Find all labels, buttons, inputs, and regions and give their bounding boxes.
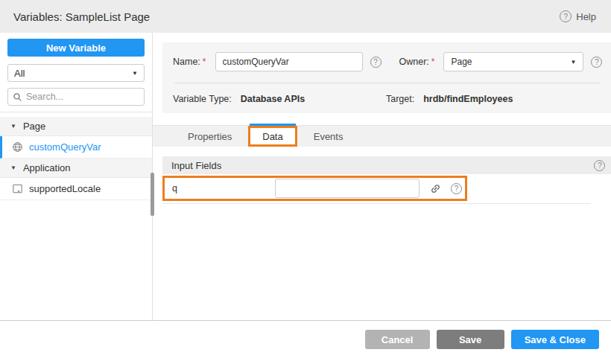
help-circle-icon: ?: [560, 10, 572, 22]
tree-group-label: Application: [23, 162, 71, 173]
sidebar-scrollbar[interactable]: [151, 173, 154, 216]
new-variable-button[interactable]: New Variable: [7, 39, 145, 57]
name-label: Name:: [173, 57, 200, 67]
variables-sidebar: New Variable All ▼ ▼ Page: [0, 33, 153, 320]
variable-detail-panel: Name: * ? Owner: * Page ▼ ?: [153, 33, 611, 320]
target-label: Target:: [386, 94, 414, 104]
input-fields-title: Input Fields: [171, 160, 221, 171]
save-button[interactable]: Save: [437, 330, 504, 349]
page-title: Variables: SampleList Page: [13, 10, 150, 23]
field-name-label: q: [172, 183, 275, 194]
variable-filter-select[interactable]: All ▼: [7, 64, 145, 82]
tab-events[interactable]: Events: [299, 126, 358, 147]
dialog-footer: Cancel Save Save & Close: [0, 320, 611, 364]
owner-help-icon[interactable]: ?: [591, 57, 602, 68]
collapse-arrow-icon[interactable]: ▼: [10, 165, 16, 171]
variable-type-value: Database APIs: [241, 94, 305, 104]
owner-label: Owner:: [399, 57, 429, 67]
chevron-down-icon: ▼: [132, 70, 138, 77]
bind-link-icon[interactable]: [425, 180, 445, 197]
dialog-header: Variables: SampleList Page ? Help: [0, 0, 611, 33]
input-fields-help-icon[interactable]: ?: [594, 160, 605, 171]
tree-group-page[interactable]: ▼ Page: [0, 117, 152, 136]
variable-type-label: Variable Type:: [173, 94, 232, 104]
tree-item-label: customQueryVar: [29, 141, 101, 153]
required-asterisk: *: [431, 57, 435, 67]
card-divider: [174, 83, 601, 83]
dialog-body: New Variable All ▼ ▼ Page: [0, 33, 611, 320]
chevron-down-icon: ▼: [571, 59, 577, 66]
search-icon: [13, 92, 22, 102]
tree-item-supportedlocale[interactable]: supportedLocale: [0, 178, 152, 200]
sidebar-divider: [0, 112, 152, 112]
variable-summary-card: Name: * ? Owner: * Page ▼ ?: [162, 42, 611, 113]
tree-item-label: supportedLocale: [29, 183, 101, 194]
tab-data[interactable]: Data: [250, 128, 294, 144]
tree-group-label: Page: [23, 121, 45, 132]
help-label: Help: [576, 11, 596, 22]
cancel-button[interactable]: Cancel: [365, 330, 430, 349]
tab-properties[interactable]: Properties: [173, 126, 247, 147]
target-value: hrdb/findEmployees: [423, 94, 513, 104]
save-and-close-button[interactable]: Save & Close: [511, 330, 599, 349]
field-row-divider: [162, 203, 591, 204]
tree-item-customqueryvar[interactable]: customQueryVar: [0, 136, 152, 159]
tree-group-application[interactable]: ▼ Application: [0, 159, 152, 178]
model-variable-icon: [12, 183, 23, 194]
name-help-icon[interactable]: ?: [370, 57, 382, 68]
input-fields-section: Input Fields ? q ?: [162, 156, 611, 204]
service-variable-icon: [12, 141, 23, 153]
required-asterisk: *: [203, 57, 206, 67]
field-help-icon[interactable]: ?: [451, 183, 462, 194]
input-field-row-annotation-box: q ?: [162, 176, 467, 201]
data-tab-annotation-box: Data: [248, 126, 297, 147]
field-q-input[interactable]: [275, 179, 420, 198]
search-input[interactable]: [26, 92, 139, 102]
variable-tree: ▼ Page customQueryVar: [0, 117, 152, 200]
detail-tabbar: Properties Data Events: [153, 125, 611, 147]
help-button[interactable]: ? Help: [560, 10, 596, 22]
variable-search[interactable]: [7, 88, 145, 106]
collapse-arrow-icon[interactable]: ▼: [10, 123, 16, 130]
owner-select[interactable]: Page ▼: [443, 52, 583, 71]
variables-dialog: Variables: SampleList Page ? Help New Va…: [0, 0, 611, 364]
filter-selected-value: All: [14, 68, 25, 79]
variable-name-input[interactable]: [215, 52, 363, 71]
owner-selected-value: Page: [451, 57, 472, 67]
input-fields-header: Input Fields ?: [162, 156, 611, 174]
